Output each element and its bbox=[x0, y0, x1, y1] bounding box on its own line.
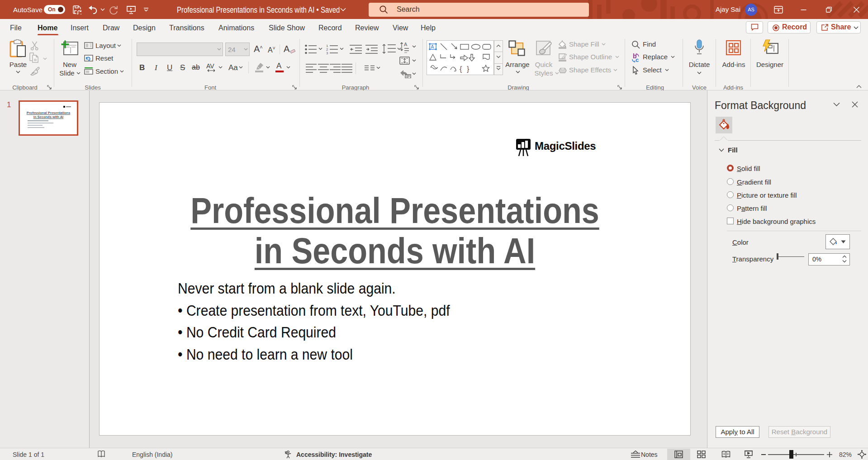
svg-text:A: A bbox=[431, 44, 434, 49]
svg-text:c: c bbox=[636, 57, 639, 63]
svg-text:{: { bbox=[460, 65, 462, 73]
svg-text:3: 3 bbox=[326, 51, 328, 55]
svg-text:AV: AV bbox=[206, 62, 214, 70]
svg-text:A: A bbox=[404, 42, 408, 47]
svg-text:}: } bbox=[467, 65, 470, 73]
